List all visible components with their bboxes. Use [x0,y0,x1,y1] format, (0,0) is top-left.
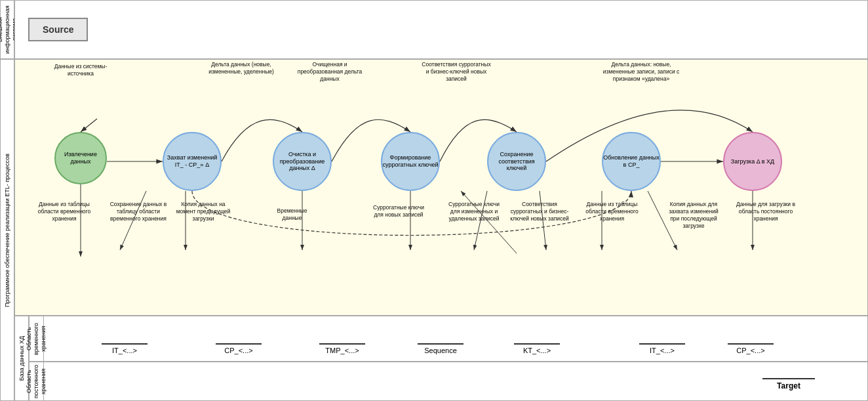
bottom-label-9: Данные для загрузки в область постоянног… [736,201,795,222]
node-clean: Очистка и преобразование данных Δ [273,132,332,191]
label-source-data: Данные из системы-источника [51,63,110,77]
main-diagram: Внешняя информационная система Программн… [0,0,868,401]
bottom-label-8: Копия данных для захвата изменений при п… [664,201,723,230]
source-box: Source [28,18,88,41]
node-load: Загрузка Δ в ХД [723,132,782,191]
external-row: Source [14,0,868,59]
bottom-label-0: Данные из таблицы области временного хра… [35,201,94,222]
bottom-label-4: Суррогатные ключи для новых записей [372,204,425,219]
perm-storage-label: Область постоянного хранения [30,362,44,400]
db-sections: Область временного хранения IT_<...> CP_… [29,316,868,401]
bottom-label-3: Временные данные [267,207,317,222]
bottom-label-6: Соответствия суррогатных и бизнес-ключей… [510,201,569,222]
storage-tmp: TMP_<...> [319,343,365,354]
label-surrogate-data: Соответствия суррогатных и бизнес-ключей… [420,61,492,83]
bottom-label-2: Копия данных на момент предыдущей загруз… [174,201,233,222]
etl-label: Программное обеспечение реализации ETL- … [0,59,14,401]
node-surrogate: Формирование суррогатных ключей [381,132,440,191]
temp-storage-section: Область временного хранения IT_<...> CP_… [29,316,868,362]
storage-kt: KT_<...> [514,343,560,354]
etl-zone: Данные из системы-источника Дельта данны… [14,59,868,316]
main-content-area: Source Данные из системы-источника Дельт… [14,0,868,401]
temp-storage-content: IT_<...> CP_<...> TMP_<...> Sequ [44,316,867,361]
label-delta-data2: Дельта данных: новые, измененные записи,… [599,61,684,83]
bottom-label-5: Суррогатные ключи для измененных и удале… [444,201,503,222]
external-system-label: Внешняя информационная система [0,0,14,59]
node-save-keys: Сохранение соответствия ключей [487,132,546,191]
node-update: Обновление данных в СР_ [602,132,661,191]
label-clean-data: Очищенная и преобразованная дельта данны… [297,61,363,83]
storage-seq: Sequence [418,343,464,354]
storage-cp2: CP_<...> [728,343,774,354]
temp-storage-label: Область временного хранения [30,316,44,361]
label-delta-data: Дельта данных (новые, измененные, уделен… [208,61,274,75]
storage-it2: IT_<...> [639,343,685,354]
perm-storage-section: Область постоянного хранения Target [29,362,868,401]
bottom-label-1: Сохранение данных в таблицу области врем… [109,201,168,222]
left-labels: Внешняя информационная система Программн… [0,0,14,401]
node-capture: Захват изменений IT_ - CP_= Δ [163,132,222,191]
db-area: База данных ХД Область временного хранен… [14,316,868,401]
target-box: Target [762,378,815,390]
storage-it1: IT_<...> [102,343,148,354]
node-extract: Извлечение данных [54,132,107,184]
perm-storage-content: Target [44,362,867,400]
bottom-label-7: Данные из таблицы области временного хра… [584,201,640,222]
storage-cp1: CP_<...> [216,343,262,354]
